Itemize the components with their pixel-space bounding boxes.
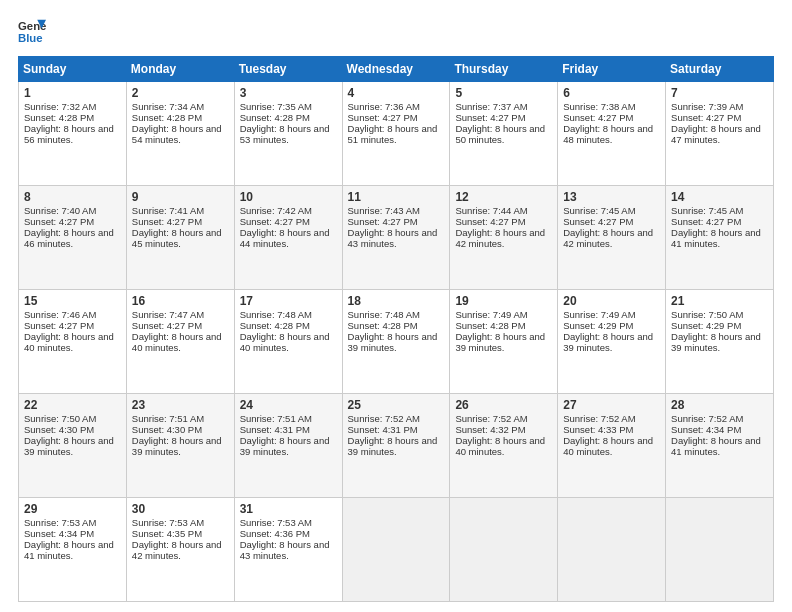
sunrise: Sunrise: 7:52 AM bbox=[671, 413, 743, 424]
sunrise: Sunrise: 7:37 AM bbox=[455, 101, 527, 112]
calendar-cell: 20Sunrise: 7:49 AMSunset: 4:29 PMDayligh… bbox=[558, 290, 666, 394]
calendar-cell: 21Sunrise: 7:50 AMSunset: 4:29 PMDayligh… bbox=[666, 290, 774, 394]
daylight: Daylight: 8 hours and 40 minutes. bbox=[455, 435, 545, 457]
daylight: Daylight: 8 hours and 40 minutes. bbox=[563, 435, 653, 457]
sunset: Sunset: 4:31 PM bbox=[348, 424, 418, 435]
calendar-cell: 24Sunrise: 7:51 AMSunset: 4:31 PMDayligh… bbox=[234, 394, 342, 498]
day-number: 28 bbox=[671, 398, 768, 412]
calendar-week-4: 22Sunrise: 7:50 AMSunset: 4:30 PMDayligh… bbox=[19, 394, 774, 498]
day-number: 27 bbox=[563, 398, 660, 412]
calendar-cell: 6Sunrise: 7:38 AMSunset: 4:27 PMDaylight… bbox=[558, 82, 666, 186]
daylight: Daylight: 8 hours and 48 minutes. bbox=[563, 123, 653, 145]
sunrise: Sunrise: 7:35 AM bbox=[240, 101, 312, 112]
sunrise: Sunrise: 7:49 AM bbox=[563, 309, 635, 320]
sunrise: Sunrise: 7:46 AM bbox=[24, 309, 96, 320]
calendar-cell: 18Sunrise: 7:48 AMSunset: 4:28 PMDayligh… bbox=[342, 290, 450, 394]
day-number: 20 bbox=[563, 294, 660, 308]
daylight: Daylight: 8 hours and 42 minutes. bbox=[455, 227, 545, 249]
day-number: 24 bbox=[240, 398, 337, 412]
calendar-cell: 31Sunrise: 7:53 AMSunset: 4:36 PMDayligh… bbox=[234, 498, 342, 602]
sunset: Sunset: 4:32 PM bbox=[455, 424, 525, 435]
daylight: Daylight: 8 hours and 50 minutes. bbox=[455, 123, 545, 145]
sunset: Sunset: 4:28 PM bbox=[240, 320, 310, 331]
sunrise: Sunrise: 7:52 AM bbox=[348, 413, 420, 424]
daylight: Daylight: 8 hours and 54 minutes. bbox=[132, 123, 222, 145]
calendar-cell: 3Sunrise: 7:35 AMSunset: 4:28 PMDaylight… bbox=[234, 82, 342, 186]
calendar-cell: 13Sunrise: 7:45 AMSunset: 4:27 PMDayligh… bbox=[558, 186, 666, 290]
sunset: Sunset: 4:28 PM bbox=[455, 320, 525, 331]
sunrise: Sunrise: 7:53 AM bbox=[240, 517, 312, 528]
sunset: Sunset: 4:27 PM bbox=[563, 112, 633, 123]
daylight: Daylight: 8 hours and 43 minutes. bbox=[348, 227, 438, 249]
sunrise: Sunrise: 7:32 AM bbox=[24, 101, 96, 112]
sunrise: Sunrise: 7:36 AM bbox=[348, 101, 420, 112]
sunset: Sunset: 4:34 PM bbox=[671, 424, 741, 435]
daylight: Daylight: 8 hours and 45 minutes. bbox=[132, 227, 222, 249]
weekday-header-sunday: Sunday bbox=[19, 57, 127, 82]
sunrise: Sunrise: 7:42 AM bbox=[240, 205, 312, 216]
sunrise: Sunrise: 7:48 AM bbox=[348, 309, 420, 320]
weekday-header-wednesday: Wednesday bbox=[342, 57, 450, 82]
sunrise: Sunrise: 7:47 AM bbox=[132, 309, 204, 320]
day-number: 25 bbox=[348, 398, 445, 412]
daylight: Daylight: 8 hours and 39 minutes. bbox=[563, 331, 653, 353]
sunrise: Sunrise: 7:51 AM bbox=[240, 413, 312, 424]
calendar-cell: 8Sunrise: 7:40 AMSunset: 4:27 PMDaylight… bbox=[19, 186, 127, 290]
day-number: 10 bbox=[240, 190, 337, 204]
day-number: 12 bbox=[455, 190, 552, 204]
day-number: 17 bbox=[240, 294, 337, 308]
sunset: Sunset: 4:27 PM bbox=[240, 216, 310, 227]
sunset: Sunset: 4:27 PM bbox=[671, 216, 741, 227]
weekday-header-thursday: Thursday bbox=[450, 57, 558, 82]
day-number: 9 bbox=[132, 190, 229, 204]
calendar-cell: 27Sunrise: 7:52 AMSunset: 4:33 PMDayligh… bbox=[558, 394, 666, 498]
daylight: Daylight: 8 hours and 43 minutes. bbox=[240, 539, 330, 561]
sunset: Sunset: 4:27 PM bbox=[455, 112, 525, 123]
weekday-header-monday: Monday bbox=[126, 57, 234, 82]
day-number: 2 bbox=[132, 86, 229, 100]
day-number: 4 bbox=[348, 86, 445, 100]
day-number: 21 bbox=[671, 294, 768, 308]
calendar-cell: 29Sunrise: 7:53 AMSunset: 4:34 PMDayligh… bbox=[19, 498, 127, 602]
calendar-cell: 10Sunrise: 7:42 AMSunset: 4:27 PMDayligh… bbox=[234, 186, 342, 290]
sunrise: Sunrise: 7:43 AM bbox=[348, 205, 420, 216]
sunset: Sunset: 4:29 PM bbox=[563, 320, 633, 331]
day-number: 14 bbox=[671, 190, 768, 204]
day-number: 18 bbox=[348, 294, 445, 308]
day-number: 31 bbox=[240, 502, 337, 516]
calendar-cell: 23Sunrise: 7:51 AMSunset: 4:30 PMDayligh… bbox=[126, 394, 234, 498]
calendar-cell: 16Sunrise: 7:47 AMSunset: 4:27 PMDayligh… bbox=[126, 290, 234, 394]
daylight: Daylight: 8 hours and 41 minutes. bbox=[671, 435, 761, 457]
daylight: Daylight: 8 hours and 39 minutes. bbox=[348, 331, 438, 353]
sunrise: Sunrise: 7:50 AM bbox=[671, 309, 743, 320]
daylight: Daylight: 8 hours and 40 minutes. bbox=[24, 331, 114, 353]
sunset: Sunset: 4:36 PM bbox=[240, 528, 310, 539]
daylight: Daylight: 8 hours and 39 minutes. bbox=[455, 331, 545, 353]
sunrise: Sunrise: 7:40 AM bbox=[24, 205, 96, 216]
daylight: Daylight: 8 hours and 40 minutes. bbox=[132, 331, 222, 353]
calendar-cell: 9Sunrise: 7:41 AMSunset: 4:27 PMDaylight… bbox=[126, 186, 234, 290]
sunset: Sunset: 4:31 PM bbox=[240, 424, 310, 435]
sunset: Sunset: 4:27 PM bbox=[348, 112, 418, 123]
calendar-table: SundayMondayTuesdayWednesdayThursdayFrid… bbox=[18, 56, 774, 602]
sunrise: Sunrise: 7:45 AM bbox=[563, 205, 635, 216]
logo-icon: General Blue bbox=[18, 18, 46, 46]
calendar-cell: 28Sunrise: 7:52 AMSunset: 4:34 PMDayligh… bbox=[666, 394, 774, 498]
sunset: Sunset: 4:33 PM bbox=[563, 424, 633, 435]
sunrise: Sunrise: 7:39 AM bbox=[671, 101, 743, 112]
sunrise: Sunrise: 7:44 AM bbox=[455, 205, 527, 216]
calendar-cell: 2Sunrise: 7:34 AMSunset: 4:28 PMDaylight… bbox=[126, 82, 234, 186]
sunrise: Sunrise: 7:52 AM bbox=[563, 413, 635, 424]
calendar-week-3: 15Sunrise: 7:46 AMSunset: 4:27 PMDayligh… bbox=[19, 290, 774, 394]
calendar-cell: 7Sunrise: 7:39 AMSunset: 4:27 PMDaylight… bbox=[666, 82, 774, 186]
sunrise: Sunrise: 7:34 AM bbox=[132, 101, 204, 112]
weekday-header-tuesday: Tuesday bbox=[234, 57, 342, 82]
calendar-week-1: 1Sunrise: 7:32 AMSunset: 4:28 PMDaylight… bbox=[19, 82, 774, 186]
calendar-cell: 17Sunrise: 7:48 AMSunset: 4:28 PMDayligh… bbox=[234, 290, 342, 394]
daylight: Daylight: 8 hours and 53 minutes. bbox=[240, 123, 330, 145]
day-number: 7 bbox=[671, 86, 768, 100]
sunset: Sunset: 4:28 PM bbox=[24, 112, 94, 123]
sunrise: Sunrise: 7:48 AM bbox=[240, 309, 312, 320]
daylight: Daylight: 8 hours and 46 minutes. bbox=[24, 227, 114, 249]
day-number: 8 bbox=[24, 190, 121, 204]
